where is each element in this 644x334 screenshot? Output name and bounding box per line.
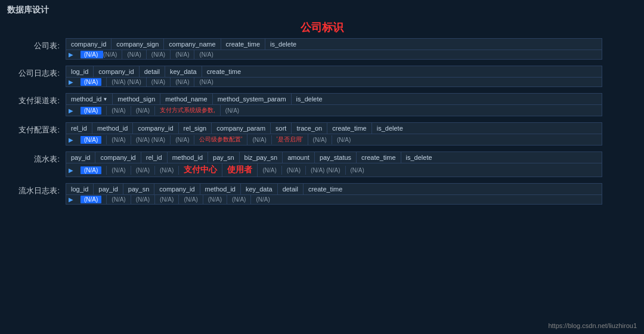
cell-pay-id: (N/A) xyxy=(76,166,107,175)
company-log-table-row: 公司日志表: log_id company_id detail key_data… xyxy=(12,66,632,87)
cell-trace-on: '是否启用' xyxy=(272,134,308,145)
col-create-time: create_time xyxy=(221,39,265,50)
company-log-header: log_id company_id detail key_data create… xyxy=(66,66,602,78)
cell-pay-sn: 支付中心 xyxy=(179,163,222,177)
col-biz-pay-sn: biz_pay_sn xyxy=(240,152,283,163)
transaction-log-label: 流水日志表: xyxy=(12,183,66,196)
payment-channel-data-row: ▶ (N/A) (N/A) (N/A) 支付方式系统级参数, (N/A) xyxy=(66,105,602,116)
payment-config-table: rel_id method_id company_id rel_sign com… xyxy=(66,122,602,146)
transaction-header: pay_id company_id rel_id method_id pay_s… xyxy=(66,152,602,163)
company-table-header: company_id company_sign company_name cre… xyxy=(66,39,602,50)
cell-method-id3: (N/A) xyxy=(155,166,179,175)
col-amount: amount xyxy=(283,152,315,163)
col-method-sign: method_sign xyxy=(113,94,160,104)
company-log-label: 公司日志表: xyxy=(12,66,66,79)
col-company-id3: company_id xyxy=(133,123,178,134)
cell-company-name: (N/A) xyxy=(147,50,171,59)
col-sort: sort xyxy=(271,123,292,134)
col-company-param: company_param xyxy=(212,123,271,134)
col-detail2: detail xyxy=(278,184,304,194)
cell-rel-sign: (N/A) xyxy=(171,135,194,144)
pk-arrow: ▶ xyxy=(66,50,76,59)
company-table: company_id company_sign company_name cre… xyxy=(66,38,602,60)
payment-config-table-row: 支付配置表: rel_id method_id company_id rel_s… xyxy=(12,122,632,146)
transaction-log-table-row: 流水日志表: log_id pay_id pay_sn company_id m… xyxy=(12,183,632,205)
col-company-id: company_id xyxy=(66,39,112,50)
col-method-id: method_id ▼ xyxy=(66,94,113,104)
cell-log-id: (N/A) xyxy=(76,78,107,86)
company-log-data-row: ▶ (N/A) (N/A) (N/A) (N/A) (N/A) (N/A) xyxy=(66,78,602,86)
payment-channel-table: method_id ▼ method_sign method_name meth… xyxy=(66,93,602,116)
col-method-name: method_name xyxy=(160,94,212,104)
col-is-delete2: is_delete xyxy=(292,94,327,104)
company-table-label: 公司表: xyxy=(12,38,66,51)
pk-arrow6: ▶ xyxy=(66,195,76,204)
company-table-data-row: ▶ (N/A) (N/A) (N/A) (N/A) (N/A) (N/A) xyxy=(66,50,602,59)
payment-config-data-row: ▶ (N/A) (N/A) (N/A) (N/A) (N/A) 公司级参数配置'… xyxy=(66,134,602,145)
cell-company-id3: (N/A) (N/A) xyxy=(131,135,171,144)
col-method-id2: method_id xyxy=(92,123,133,134)
company-log-table: log_id company_id detail key_data create… xyxy=(66,66,602,87)
col-log-id: log_id xyxy=(66,66,94,77)
col-create-time3: create_time xyxy=(327,123,371,134)
cell-method-name: (N/A) xyxy=(131,106,155,115)
col-pay-status: pay_status xyxy=(315,152,357,163)
transaction-log-header: log_id pay_id pay_sn company_id method_i… xyxy=(66,184,602,195)
col-log-id2: log_id xyxy=(66,184,94,194)
pk-arrow5: ▶ xyxy=(66,166,76,175)
col-detail: detail xyxy=(140,66,165,77)
cell-sort: (N/A) xyxy=(247,135,271,144)
col-create-time4: create_time xyxy=(357,152,401,163)
col-pay-sn2: pay_sn xyxy=(123,184,154,194)
cell-is-delete4: (N/A) xyxy=(346,166,369,175)
col-company-id5: company_id xyxy=(154,184,200,194)
footer-link: https://blog.csdn.net/liuzhirou1 xyxy=(548,322,637,329)
cell-method-id2: (N/A) xyxy=(107,135,131,144)
cell-key-data2: (N/A) xyxy=(203,195,227,204)
cell-pay-id2: (N/A) xyxy=(107,195,131,204)
payment-channel-table-row: 支付渠道表: method_id ▼ method_sign method_na… xyxy=(12,93,632,116)
cell-company-id5: (N/A) xyxy=(155,195,179,204)
col-key-data2: key_data xyxy=(241,184,278,194)
col-method-id4: method_id xyxy=(200,184,241,194)
col-method-system-param: method_system_param xyxy=(213,94,292,104)
cell-create-time2: (N/A) xyxy=(194,78,218,86)
cell-detail2: (N/A) xyxy=(227,195,251,204)
cell-key-data: (N/A) xyxy=(171,78,194,86)
col-rel-sign: rel_sign xyxy=(179,123,212,134)
center-label: 公司标识 xyxy=(12,20,632,35)
cell-is-delete3: (N/A) xyxy=(332,135,355,144)
cell-create-time4: (N/A) (N/A) xyxy=(306,166,345,175)
cell-is-delete: (N/A) xyxy=(194,50,218,59)
col-pay-id: pay_id xyxy=(66,152,95,163)
col-is-delete: is_delete xyxy=(265,39,301,50)
transaction-table: pay_id company_id rel_id method_id pay_s… xyxy=(66,151,602,177)
cell-company-id2: (N/A) (N/A) xyxy=(107,78,146,86)
pk-arrow2: ▶ xyxy=(66,78,76,86)
cell-biz-pay-sn: 使用者 xyxy=(222,163,258,177)
cell-rel-id2: (N/A) xyxy=(131,166,155,175)
transaction-log-data-row: ▶ (N/A) (N/A) (N/A) (N/A) (N/A) (N/A) (N… xyxy=(66,195,602,204)
page-title: 数据库设计 xyxy=(0,0,644,20)
cell-method-system-param: 支付方式系统级参数, xyxy=(155,105,221,116)
transaction-log-table: log_id pay_id pay_sn company_id method_i… xyxy=(66,183,602,205)
cell-detail: (N/A) xyxy=(147,78,171,86)
cell-pay-status: (N/A) xyxy=(282,166,306,175)
payment-config-label: 支付配置表: xyxy=(12,122,66,135)
col-trace-on: trace_on xyxy=(292,123,327,134)
cell-company-sign: (N/A) xyxy=(122,50,146,59)
col-create-time2: create_time xyxy=(202,66,246,77)
transaction-table-row: 流水表: pay_id company_id rel_id method_id … xyxy=(12,151,632,177)
company-table-row: 公司表: company_id company_sign company_nam… xyxy=(12,38,632,60)
col-method-id3: method_id xyxy=(168,152,208,163)
col-is-delete4: is_delete xyxy=(401,152,437,163)
col-rel-id2: rel_id xyxy=(141,152,168,163)
col-company-name: company_name xyxy=(164,39,221,50)
cell-company-id4: (N/A) xyxy=(107,166,131,175)
payment-channel-header: method_id ▼ method_sign method_name meth… xyxy=(66,94,602,105)
col-pay-sn: pay_sn xyxy=(208,152,239,163)
payment-config-header: rel_id method_id company_id rel_sign com… xyxy=(66,123,602,134)
cell-method-sign: (N/A) xyxy=(107,106,131,115)
pk-arrow3: ▶ xyxy=(66,106,76,115)
col-company-id2: company_id xyxy=(94,66,139,77)
